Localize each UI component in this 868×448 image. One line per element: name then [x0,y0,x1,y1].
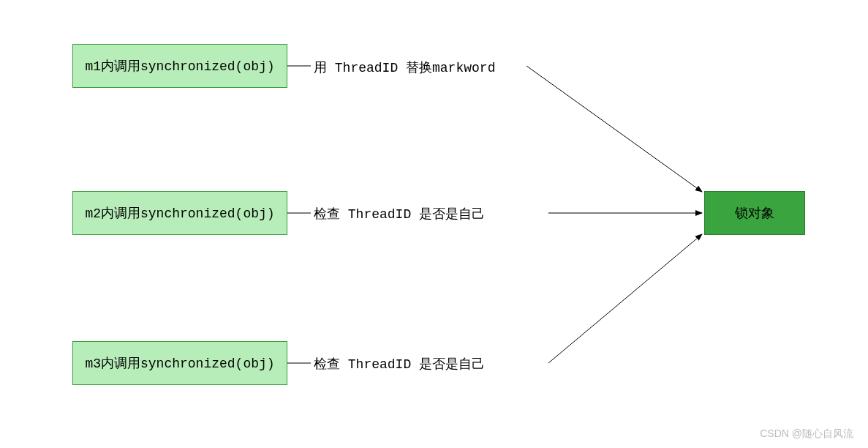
edge-label-m2: 检查 ThreadID 是否是自己 [314,205,485,223]
node-m1: m1内调用synchronized(obj) [72,44,287,88]
node-m3-label: m3内调用synchronized(obj) [85,354,274,372]
node-m1-label: m1内调用synchronized(obj) [85,57,274,75]
node-m2-label: m2内调用synchronized(obj) [85,204,274,222]
edge-label-m3: 检查 ThreadID 是否是自己 [314,355,485,373]
node-lock: 锁对象 [704,191,805,235]
node-m3: m3内调用synchronized(obj) [72,341,287,385]
watermark: CSDN @随心自风流 [760,428,853,441]
node-lock-label: 锁对象 [735,204,774,222]
arrow-m3-lock [548,234,702,363]
edge-label-m1: 用 ThreadID 替换markword [314,59,495,76]
node-m2: m2内调用synchronized(obj) [72,191,287,235]
arrow-m1-lock [527,66,702,192]
